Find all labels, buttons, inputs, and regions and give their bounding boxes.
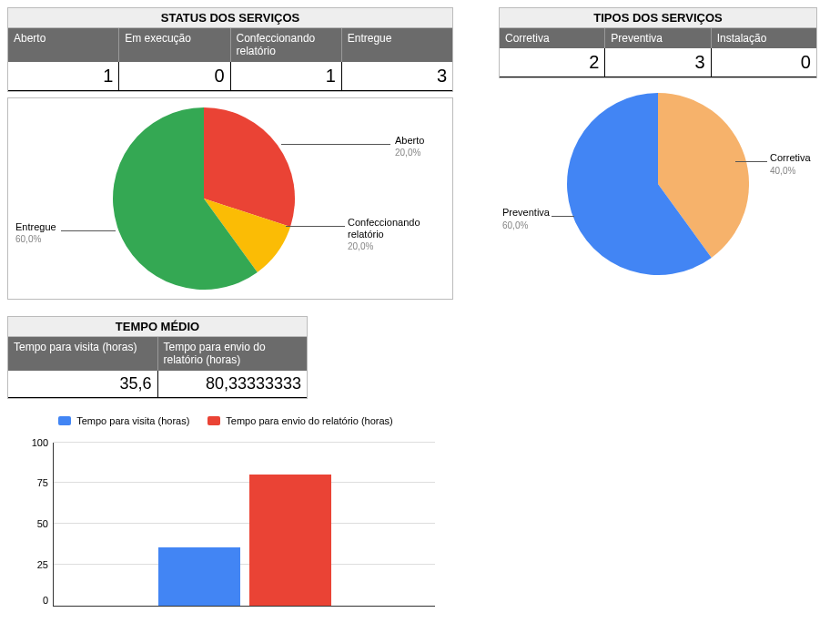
- tempo-panel: TEMPO MÉDIO Tempo para visita (horas) Te…: [7, 316, 308, 399]
- pie-label-pct: 60,0%: [15, 234, 41, 244]
- pie-label-preventiva: Preventiva 60,0%: [502, 207, 550, 230]
- tempo-header: Tempo para envio do relatório (horas): [158, 337, 308, 371]
- tempo-header: Tempo para visita (horas): [8, 337, 158, 371]
- pie-label-pct: 20,0%: [395, 148, 420, 158]
- tipos-header: Instalação: [712, 28, 816, 48]
- status-value: 1: [8, 62, 119, 91]
- pie-label-aberto: Aberto 20,0%: [395, 135, 424, 158]
- pie-label-text: Confeccionando relatório: [348, 217, 420, 240]
- tipos-header-row: Corretiva Preventiva Instalação: [500, 28, 816, 48]
- tipos-panel: TIPOS DOS SERVIÇOS Corretiva Preventiva …: [499, 7, 817, 78]
- pie-label-text: Entregue: [15, 221, 56, 232]
- label-line: [281, 144, 390, 145]
- pie-label-text: Corretiva: [770, 152, 811, 163]
- pie-label-pct: 40,0%: [770, 166, 795, 176]
- pie-label-conf: Confeccionando relatório 20,0%: [348, 217, 452, 253]
- ytick: 75: [17, 477, 48, 488]
- status-title: STATUS DOS SERVIÇOS: [8, 8, 452, 28]
- bar-grid: 100 75 50 25 0: [53, 443, 435, 607]
- bar-visita: [158, 547, 240, 606]
- status-header: Confeccionando relatório: [231, 28, 342, 62]
- tempo-header-row: Tempo para visita (horas) Tempo para env…: [8, 337, 307, 371]
- tempo-value: 35,6: [8, 371, 158, 398]
- label-line: [552, 216, 574, 217]
- pie-label-entregue: Entregue 60,0%: [15, 221, 56, 245]
- status-header: Em execução: [119, 28, 230, 62]
- tipos-value: 3: [605, 48, 711, 77]
- tipos-header: Corretiva: [500, 28, 605, 48]
- legend-swatch-blue: [58, 416, 71, 425]
- status-pie-svg: [113, 107, 295, 290]
- status-value: 3: [342, 62, 452, 91]
- pie-label-pct: 20,0%: [348, 241, 373, 251]
- tempo-title: TEMPO MÉDIO: [8, 317, 307, 337]
- label-line: [735, 161, 767, 162]
- status-value-row: 1 0 1 3: [8, 62, 452, 91]
- tipos-value: 0: [712, 48, 816, 77]
- status-value: 0: [119, 62, 230, 91]
- tempo-value-row: 35,6 80,33333333: [8, 371, 307, 398]
- tipos-header: Preventiva: [605, 28, 711, 48]
- tipos-title: TIPOS DOS SERVIÇOS: [500, 8, 816, 28]
- tipos-pie-chart: Corretiva 40,0% Preventiva 60,0%: [499, 84, 817, 284]
- pie-label-pct: 60,0%: [502, 220, 528, 230]
- status-panel: STATUS DOS SERVIÇOS Aberto Em execução C…: [7, 7, 453, 92]
- legend-swatch-red: [207, 416, 220, 425]
- legend-item: Tempo para envio do relatório (horas): [207, 415, 392, 426]
- ytick: 25: [17, 559, 48, 570]
- legend-text: Tempo para visita (horas): [76, 415, 189, 426]
- tipos-pie-svg: [567, 93, 749, 275]
- tempo-value: 80,33333333: [158, 371, 308, 398]
- ytick: 50: [17, 518, 48, 529]
- status-value: 1: [231, 62, 342, 91]
- status-pie-chart: Aberto 20,0% Confeccionando relatório 20…: [7, 97, 453, 300]
- status-header-row: Aberto Em execução Confeccionando relató…: [8, 28, 452, 62]
- ytick: 0: [17, 595, 48, 606]
- tipos-value: 2: [500, 48, 605, 77]
- status-header: Aberto: [8, 28, 119, 62]
- ytick: 100: [17, 437, 48, 448]
- bar-relatorio: [249, 475, 331, 606]
- bar-legend: Tempo para visita (horas) Tempo para env…: [7, 408, 444, 434]
- status-header: Entregue: [342, 28, 452, 62]
- label-line: [286, 226, 345, 227]
- legend-text: Tempo para envio do relatório (horas): [226, 415, 392, 426]
- label-line: [61, 230, 116, 231]
- tempo-bar-chart: Tempo para visita (horas) Tempo para env…: [7, 408, 444, 633]
- pie-label-text: Preventiva: [502, 207, 550, 218]
- pie-label-corretiva: Corretiva 40,0%: [770, 152, 811, 176]
- legend-item: Tempo para visita (horas): [58, 415, 189, 426]
- pie-label-text: Aberto: [395, 135, 424, 146]
- tipos-value-row: 2 3 0: [500, 48, 816, 77]
